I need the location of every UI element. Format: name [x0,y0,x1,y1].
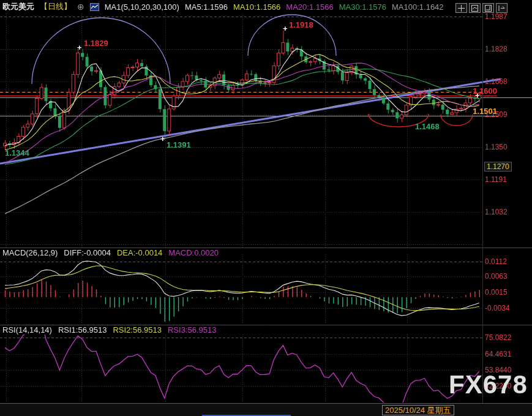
resistance-level-label: 1.1600 [441,87,497,95]
price-annotation: 1.1344 [5,148,29,157]
trading-chart-window: 欧元美元 【日线】 ⊕ MA1(5,10,20,30,100) MA5:1.15… [0,0,532,416]
cross-marker: + [283,24,288,33]
indicator-arrow-icon-button[interactable] [482,3,494,13]
main-y-tick: 1.1191 [485,176,507,183]
ma-params-label: MA1(5,10,20,30,100) [105,2,179,12]
main-y-tick: 1.1668 [485,78,508,85]
cross-marker: + [475,91,480,100]
macd-diff-value: DIFF:-0.0004 [64,248,111,257]
chart-header: 欧元美元 【日线】 ⊕ MA1(5,10,20,30,100) MA5:1.15… [2,0,444,13]
price-annotation: 1.1468 [415,122,440,131]
price-annotation: 1.1391 [167,140,191,149]
macd-y-tick: 0.0015 [485,289,508,296]
macd-y-tick: 0.0063 [485,273,508,280]
rsi3-value: RSI3:56.9513 [168,325,217,335]
timeframe-label[interactable]: 【日线】 [40,1,72,12]
macd-hist-value: MACD:0.0020 [168,248,219,257]
macd-y-tick: 0.0112 [485,258,507,265]
rsi-params-label: RSI(14,14,14) [2,325,52,335]
rsi1-value: RSI1:56.9513 [58,325,107,335]
price-annotation: 1.1829 [84,39,108,48]
main-y-tick: 1.1987 [485,13,508,20]
rsi-y-tick: 75.0822 [485,334,511,341]
ma5-value: MA5:1.1596 [185,2,228,12]
price-chart-canvas[interactable] [0,0,532,416]
macd-params-label: MACD(26,12,9) [2,248,58,257]
ma10-value: MA10:1.1566 [233,2,280,12]
indicator-window-icon-button[interactable] [469,3,481,13]
fx678-watermark: FX678 [449,370,528,399]
ma100-value: MA100:1.1642 [392,2,444,12]
ma20-value: MA20:1.1566 [286,2,333,12]
main-y-tick: 1.1828 [485,45,508,53]
ma30-value: MA30:1.1576 [339,2,386,12]
macd-header: MACD(26,12,9) DIFF:-0.0004 DEA:-0.0014 M… [2,248,219,257]
cross-marker: + [160,134,165,143]
crosshair-icon-button[interactable] [455,3,467,13]
rsi-y-tick: 64.4631 [485,350,511,358]
symbol-title: 欧元美元 [2,1,34,12]
rsi2-value: RSI2:56.9513 [113,325,162,335]
chart-type-icon[interactable] [90,3,99,11]
rsi-header: RSI(14,14,14) RSI1:56.9513 RSI2:56.9513 … [2,325,216,335]
time-axis-strip: 2025/10/24 星期五 [0,403,532,416]
price-annotation: 1.1918 [289,20,313,29]
chart-toolbar [455,3,508,13]
pane-expand-icon-button[interactable] [496,3,508,13]
last-date-label: 2025/10/24 星期五 [382,405,454,415]
price-alert-label: 1.1270 [484,162,512,172]
cross-marker: + [77,43,82,52]
main-y-tick: 1.1350 [485,143,508,151]
macd-y-tick: -0.0034 [485,304,510,312]
add-indicator-icon[interactable]: ⊕ [77,2,84,12]
main-y-tick: 1.1032 [485,208,508,216]
main-y-tick: 1.1509 [485,111,508,118]
macd-dea-value: DEA:-0.0014 [117,248,162,257]
